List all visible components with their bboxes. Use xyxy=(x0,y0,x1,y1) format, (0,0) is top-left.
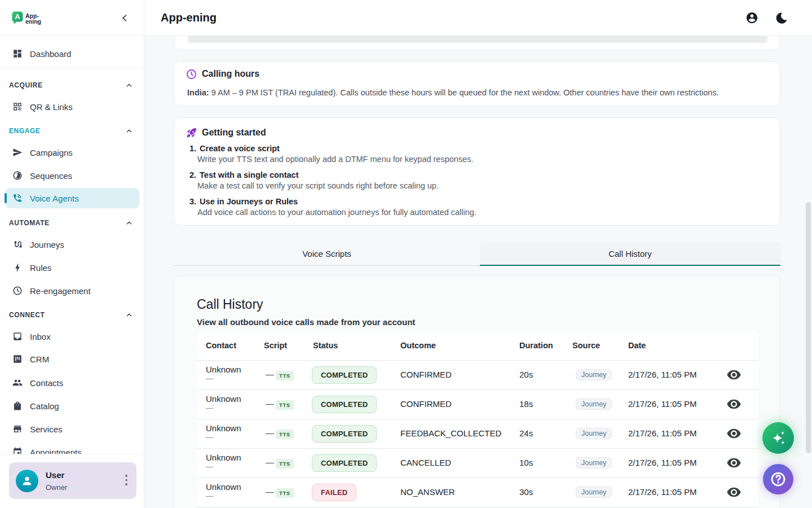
svg-text:A: A xyxy=(15,12,20,21)
